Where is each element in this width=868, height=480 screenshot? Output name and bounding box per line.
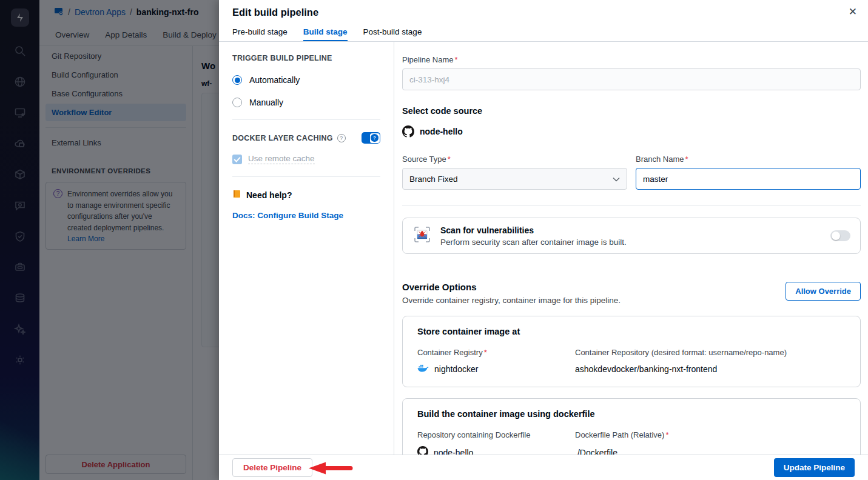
delete-pipeline-button[interactable]: Delete Pipeline (232, 458, 312, 477)
use-remote-cache-label: Use remote cache (248, 154, 315, 164)
need-help-row: Need help? (232, 189, 380, 201)
source-type-label-text: Source Type (402, 155, 446, 164)
dockerfile-repo-value: node-hello (417, 446, 575, 455)
select-code-source-heading: Select code source (402, 106, 861, 116)
required-asterisk: * (448, 155, 451, 164)
scan-vulnerabilities-title: Scan for vulnerabilities (440, 225, 627, 235)
container-registry-label: Container Registry* (417, 348, 575, 357)
build-card-title: Build the container image using dockerfi… (417, 409, 846, 419)
divider (232, 119, 380, 120)
edit-build-pipeline-modal: Edit build pipeline ✕ Pre-build stage Bu… (219, 0, 868, 480)
container-repository-label: Container Repository (desired format: us… (575, 348, 846, 357)
branch-name-label: Branch Name* (636, 155, 688, 164)
source-type-field: Source Type* Branch Fixed (402, 153, 627, 190)
override-options-row: Override Options Override container regi… (402, 282, 861, 305)
docker-icon (417, 364, 429, 375)
toggle-knob: ? (370, 133, 380, 143)
container-registry-name: nightdocker (434, 364, 478, 374)
radio-manually[interactable]: Manually (232, 98, 380, 107)
source-type-select[interactable]: Branch Fixed (402, 168, 627, 190)
repository-containing-dockerfile-label: Repository containing Dockerfile (417, 430, 575, 439)
docker-layer-caching-row: DOCKER LAYER CACHING ? ? (232, 132, 380, 144)
protected-question-icon: ? (371, 134, 378, 142)
red-arrow-annotation (307, 461, 354, 478)
container-repository-value: ashokdevdocker/banking-nxt-frontend (575, 364, 846, 374)
container-registry-label-text: Container Registry (417, 348, 483, 357)
branch-name-field: Branch Name* (636, 153, 861, 190)
dockerfile-repo-name: node-hello (434, 448, 473, 455)
book-icon (232, 189, 241, 201)
build-container-image-card: Build the container image using dockerfi… (402, 398, 861, 455)
radio-unselected-icon[interactable] (232, 98, 242, 107)
modal-content: Pipeline Name* Select code source node-h… (394, 42, 868, 455)
dockerfile-path-label-text: Dockerfile Path (Relative) (575, 430, 664, 439)
required-asterisk: * (665, 430, 668, 439)
docker-layer-caching-toggle[interactable]: ? (362, 132, 380, 144)
tab-post-build-stage[interactable]: Post-build stage (363, 23, 422, 41)
trigger-build-pipeline-heading: TRIGGER BUILD PIPELINE (232, 54, 380, 62)
checkbox-checked-icon[interactable] (232, 155, 242, 164)
use-remote-cache-row[interactable]: Use remote cache (232, 154, 380, 164)
dockerfile-path-label: Dockerfile Path (Relative)* (575, 430, 846, 439)
pipeline-name-input[interactable] (402, 68, 861, 90)
docker-layer-caching-heading: DOCKER LAYER CACHING (232, 134, 333, 142)
branch-name-input[interactable] (636, 168, 861, 190)
scan-bug-icon (412, 225, 432, 247)
source-type-value: Branch Fixed (409, 175, 458, 184)
modal-tab-bar: Pre-build stage Build stage Post-build s… (219, 23, 868, 42)
override-options-title: Override Options (402, 282, 621, 292)
radio-automatically[interactable]: Automatically (232, 75, 380, 85)
divider (402, 205, 861, 206)
update-pipeline-button[interactable]: Update Pipeline (774, 458, 855, 477)
scan-vulnerabilities-toggle[interactable] (830, 230, 850, 241)
close-icon[interactable]: ✕ (849, 5, 857, 18)
modal-title: Edit build pipeline (232, 7, 855, 18)
radio-manually-label: Manually (249, 98, 283, 107)
git-repo-row: node-hello (402, 125, 861, 138)
chevron-down-icon (613, 175, 620, 184)
tab-pre-build-stage[interactable]: Pre-build stage (232, 23, 288, 41)
dockerfile-path-value: ./Dockerfile (575, 448, 846, 455)
modal-header: Edit build pipeline ✕ (219, 0, 868, 18)
docs-configure-build-stage-link[interactable]: Docs: Configure Build Stage (232, 211, 343, 220)
container-registry-value: nightdocker (417, 364, 575, 375)
github-icon (402, 125, 414, 138)
source-type-label: Source Type* (402, 155, 451, 164)
allow-override-button[interactable]: Allow Override (786, 282, 861, 301)
git-repo-name: node-hello (420, 127, 463, 136)
radio-selected-icon[interactable] (232, 75, 242, 85)
screen: / Devtron Apps / banking-nxt-fro Overvie… (0, 0, 868, 480)
required-asterisk: * (685, 155, 688, 164)
override-options-subtitle: Override container registry, container i… (402, 296, 621, 305)
branch-name-label-text: Branch Name (636, 155, 684, 164)
required-asterisk: * (455, 55, 458, 64)
divider (232, 176, 380, 177)
github-icon (417, 446, 428, 455)
tab-build-stage[interactable]: Build stage (303, 23, 348, 41)
pipeline-name-label: Pipeline Name* (402, 55, 458, 64)
scan-vulnerabilities-card: Scan for vulnerabilities Perform securit… (402, 218, 861, 254)
help-circle-icon[interactable]: ? (337, 134, 346, 142)
scan-vulnerabilities-subtitle: Perform security scan after container im… (440, 238, 627, 247)
pipeline-name-label-text: Pipeline Name (402, 55, 454, 64)
required-asterisk: * (484, 348, 487, 357)
store-card-title: Store container image at (417, 327, 846, 336)
store-container-image-card: Store container image at Container Regis… (402, 316, 861, 387)
need-help-label: Need help? (246, 190, 292, 200)
modal-sidebar: TRIGGER BUILD PIPELINE Automatically Man… (219, 42, 394, 455)
radio-automatically-label: Automatically (249, 75, 300, 85)
